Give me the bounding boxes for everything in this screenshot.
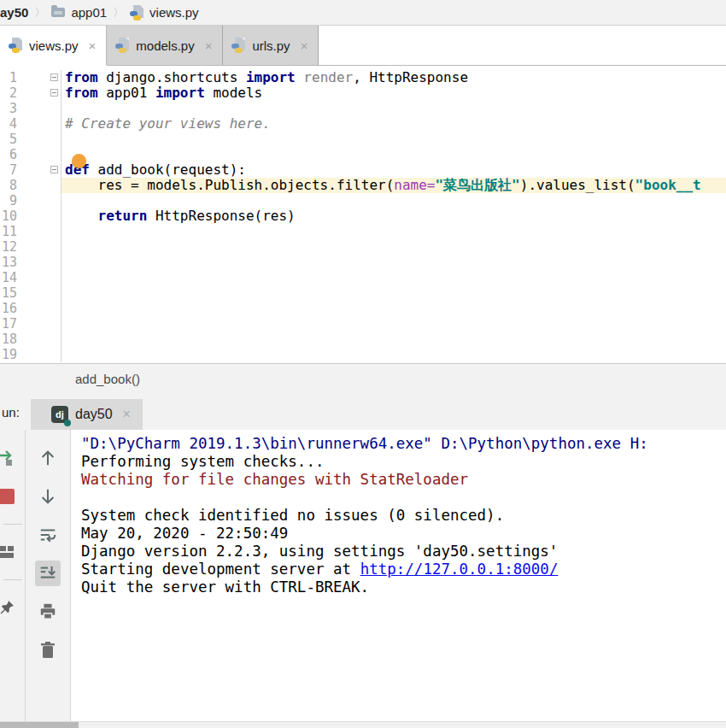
line-number: 12 bbox=[0, 239, 17, 255]
code-line-text bbox=[61, 270, 726, 285]
run-panel-label: un: bbox=[0, 405, 31, 420]
code-line: 4# Create your views here. bbox=[0, 116, 726, 132]
pin-tab-button[interactable] bbox=[0, 595, 20, 620]
breadcrumb-item-views.py[interactable]: views.py bbox=[130, 5, 199, 21]
clear-console-button[interactable] bbox=[35, 637, 61, 663]
breadcrumb-label: app01 bbox=[71, 5, 107, 20]
server-url-link[interactable]: http://127.0.0.1:8000/ bbox=[360, 561, 559, 578]
chevron-right-icon: 〉 bbox=[34, 5, 45, 21]
console-text: Quit the server with CTRL-BREAK. bbox=[81, 578, 369, 596]
close-icon[interactable]: × bbox=[89, 38, 97, 53]
code-line-text bbox=[61, 255, 726, 270]
code-line-text: from app01 import models bbox=[61, 85, 726, 101]
console-line: "D:\PyCharm 2019.1.3\bin\runnerw64.exe" … bbox=[81, 435, 726, 453]
gutter-fold-strip bbox=[17, 270, 61, 285]
code-line: 1from django.shortcuts import render, Ht… bbox=[0, 70, 726, 85]
fold-marker-icon[interactable] bbox=[50, 166, 58, 173]
run-panel-header: un: dj day50 × bbox=[0, 394, 726, 430]
code-line: 2from app01 import models bbox=[0, 85, 726, 101]
code-line-text bbox=[61, 285, 726, 301]
breadcrumb: ay50〉app01〉views.py bbox=[0, 0, 726, 26]
scroll-to-end-button[interactable] bbox=[35, 561, 61, 586]
up-stack-button[interactable] bbox=[35, 445, 61, 471]
code-line: 17 bbox=[0, 316, 726, 332]
run-tab-day50[interactable]: dj day50 × bbox=[31, 399, 143, 430]
code-line-text bbox=[61, 316, 726, 332]
line-number: 1 bbox=[0, 70, 17, 85]
code-line-text bbox=[61, 301, 726, 316]
breadcrumb-item-ay50[interactable]: ay50 bbox=[0, 5, 28, 20]
rerun-button[interactable] bbox=[0, 445, 20, 471]
gutter-fold-strip bbox=[17, 162, 61, 178]
console-text: Starting development server at bbox=[81, 561, 360, 578]
chevron-right-icon: 〉 bbox=[113, 5, 124, 21]
code-line: 5 bbox=[0, 132, 726, 147]
breadcrumb-label: views.py bbox=[149, 5, 199, 20]
code-line: 19 bbox=[0, 347, 726, 362]
close-icon[interactable]: × bbox=[301, 38, 308, 53]
close-icon[interactable]: × bbox=[123, 407, 131, 422]
line-number: 13 bbox=[0, 255, 17, 270]
intention-bulb-icon[interactable] bbox=[72, 154, 86, 168]
console-toolbar bbox=[26, 430, 71, 721]
line-number: 17 bbox=[0, 316, 17, 332]
code-line-text bbox=[61, 224, 726, 239]
code-line-text bbox=[61, 239, 726, 255]
console-line: Django version 2.2.3, using settings 'da… bbox=[81, 543, 726, 561]
python-file-icon bbox=[115, 38, 131, 53]
code-line-text: from django.shortcuts import render, Htt… bbox=[61, 70, 726, 85]
code-editor[interactable]: 1from django.shortcuts import render, Ht… bbox=[0, 66, 726, 363]
breadcrumb-item-app01[interactable]: app01 bbox=[51, 5, 107, 21]
restore-layout-button[interactable] bbox=[0, 539, 20, 565]
console-text: System check identified no issues (0 sil… bbox=[81, 507, 504, 524]
python-file-icon bbox=[231, 38, 247, 53]
code-line: 9 bbox=[0, 193, 726, 208]
python-file-icon bbox=[130, 5, 145, 21]
print-button[interactable] bbox=[35, 599, 61, 625]
fold-marker-icon[interactable] bbox=[50, 89, 58, 97]
close-icon[interactable]: × bbox=[205, 38, 213, 53]
run-tab-label: day50 bbox=[75, 407, 113, 422]
code-line: 8 res = models.Publish.objects.filter(na… bbox=[0, 178, 726, 193]
stop-icon bbox=[0, 489, 15, 504]
scrollbar-thumb[interactable] bbox=[0, 722, 79, 728]
line-number: 15 bbox=[0, 285, 17, 301]
tab-urls.py[interactable]: urls.py× bbox=[223, 26, 319, 66]
console-line: Watching for file changes with StatReloa… bbox=[81, 471, 726, 489]
tab-models.py[interactable]: models.py× bbox=[107, 26, 223, 66]
console-text: Performing system checks... bbox=[81, 453, 324, 470]
line-number: 14 bbox=[0, 270, 17, 285]
python-file-icon bbox=[9, 38, 24, 53]
editor-tab-bar: views.py×models.py×urls.py× bbox=[0, 26, 726, 66]
gutter-fold-strip bbox=[17, 332, 61, 347]
gutter-fold-strip bbox=[17, 301, 61, 316]
down-stack-button[interactable] bbox=[35, 484, 61, 509]
line-number: 5 bbox=[0, 132, 17, 147]
gutter-fold-strip bbox=[17, 224, 61, 239]
line-number: 4 bbox=[0, 116, 17, 132]
code-line: 10 return HttpResponse(res) bbox=[0, 208, 726, 224]
django-status-dot bbox=[64, 420, 71, 426]
code-line-text bbox=[61, 132, 726, 147]
code-line: 15 bbox=[0, 285, 726, 301]
console-text: Watching for file changes with StatReloa… bbox=[81, 471, 468, 488]
tab-label: models.py bbox=[136, 38, 194, 53]
tab-views.py[interactable]: views.py× bbox=[0, 26, 107, 66]
code-line: 13 bbox=[0, 255, 726, 270]
run-toolbar-left bbox=[0, 430, 26, 721]
code-line: 16 bbox=[0, 301, 726, 316]
stop-button[interactable] bbox=[0, 484, 20, 509]
tab-label: views.py bbox=[29, 38, 79, 53]
code-line: 18 bbox=[0, 332, 726, 347]
run-console-output[interactable]: "D:\PyCharm 2019.1.3\bin\runnerw64.exe" … bbox=[71, 430, 726, 721]
line-number: 3 bbox=[0, 101, 17, 116]
tab-bar-filler bbox=[319, 26, 726, 66]
console-line: System check identified no issues (0 sil… bbox=[81, 507, 726, 525]
breadcrumb-label: ay50 bbox=[0, 5, 28, 20]
gutter-fold-strip bbox=[17, 239, 61, 255]
soft-wrap-button[interactable] bbox=[35, 522, 61, 548]
editor-breadcrumb-bar: add_book() bbox=[0, 363, 726, 394]
breadcrumb-method[interactable]: add_book() bbox=[75, 372, 140, 386]
gutter-fold-strip bbox=[17, 178, 61, 193]
fold-marker-icon[interactable] bbox=[50, 73, 58, 81]
